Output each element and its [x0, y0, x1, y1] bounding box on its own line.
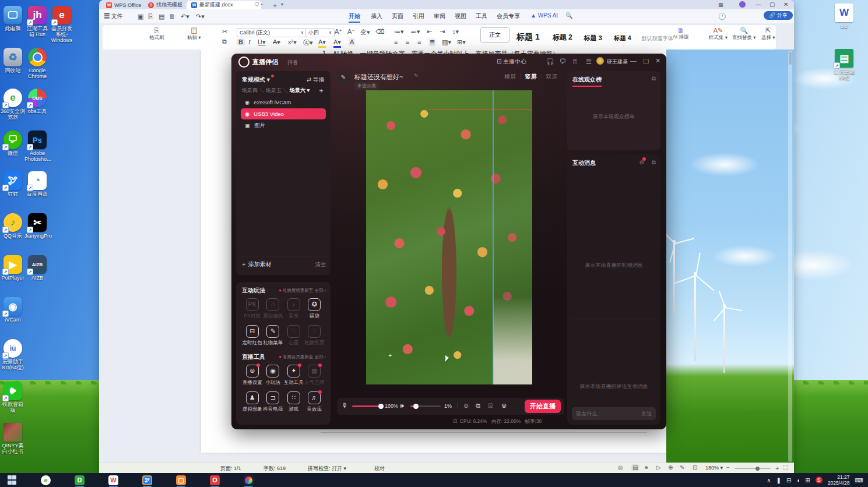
app-close-icon[interactable]: ✕	[655, 57, 660, 65]
highlight-color-button[interactable]: A▾	[318, 38, 326, 48]
number-list-icon[interactable]: ≕▾	[410, 28, 420, 36]
zoom-slider-knob[interactable]	[755, 467, 760, 471]
user-avatar[interactable]	[739, 1, 746, 8]
audience-rank-title[interactable]: 在线观众榜	[572, 76, 602, 87]
style-heading1[interactable]: 标题 1	[509, 32, 547, 43]
lucky-bag-item[interactable]: ✪福袋	[304, 298, 325, 320]
bullet-list-icon[interactable]: ≔▾	[394, 28, 404, 36]
align-left-icon[interactable]: ≡	[394, 38, 398, 45]
edit-title-icon[interactable]: ✎	[337, 71, 350, 84]
strikethrough-button[interactable]: A▾	[273, 38, 280, 46]
outline-view-icon[interactable]: ≡	[645, 464, 648, 471]
style-heading2[interactable]: 标题 2	[547, 33, 578, 43]
share-button[interactable]: 🔗 分享	[764, 11, 793, 20]
change-case-icon[interactable]: 变▾	[360, 28, 370, 37]
spellcheck-status[interactable]: 拼写检查: 打开 ▾	[308, 465, 346, 472]
desktop-icon-qinyy-image[interactable]: QINYY美白小红书	[0, 423, 26, 454]
font-color-button[interactable]: A▾	[333, 38, 341, 48]
paste-button[interactable]: 📋粘贴 ▾	[187, 27, 201, 41]
app-maximize-icon[interactable]: ▢	[643, 57, 649, 65]
tray-expand-icon[interactable]: ∧	[767, 477, 771, 484]
tab-template-doc[interactable]: D找稿壳模板	[143, 1, 187, 9]
game-item[interactable]: ∷游戏	[283, 391, 304, 413]
start-button[interactable]	[7, 475, 17, 485]
wps-close-icon[interactable]: ✕	[783, 1, 788, 8]
cut-icon[interactable]: ✂	[222, 28, 227, 36]
stream-title[interactable]: 标题还没有想好~	[354, 73, 403, 82]
feedback-chat-icon[interactable]: 🗩	[560, 58, 566, 65]
export-pdf-icon[interactable]: ⎘	[148, 13, 153, 20]
mode-selector[interactable]: 常规模式 ▾	[242, 76, 270, 84]
menu-insert[interactable]: 插入	[371, 12, 382, 20]
tab-active-doc[interactable]: W最新搭建.docx	[187, 1, 261, 9]
desktop-icon-this-pc[interactable]: 🖵 此电脑	[0, 6, 26, 31]
tray-volume-icon[interactable]: ◖	[796, 477, 800, 484]
desktop-icon-potplayer[interactable]: ▶ PotPlayer	[0, 255, 26, 281]
undo-icon[interactable]: ↶▾	[181, 13, 189, 20]
douyin-ecommerce-item[interactable]: ⊐抖音电商	[263, 391, 284, 413]
speaker-icon[interactable]: 🕪	[400, 402, 404, 410]
desktop-icon-ivcam[interactable]: ◉ iVCam	[0, 297, 26, 323]
desktop-icon-speaker-app[interactable]: 🕪 收款音箱版	[0, 382, 26, 413]
interactive-tools-item[interactable]: ✦互动工具	[283, 365, 304, 386]
copy-icon[interactable]: ⧉	[222, 38, 227, 45]
format-painter-button[interactable]: ⎘格式刷	[149, 27, 164, 41]
line-spacing-icon[interactable]: ↕▾	[452, 28, 459, 36]
live-settings-item[interactable]: ⊚直播设置	[242, 365, 263, 386]
menu-wps-ai[interactable]: ▲ WPS AI	[530, 12, 558, 19]
view-dual[interactable]: 双屏	[546, 73, 557, 80]
audience-link-item[interactable]: ∩观众连线	[263, 298, 284, 320]
scene-tabs[interactable]: 场景四 ╲ 场景五 ╲ 场景六 ▾	[242, 87, 310, 94]
monitor-icon[interactable]: ⊡	[453, 418, 457, 424]
tool-section-badge[interactable]: ● 专属会员更新至 全部 ›	[279, 354, 326, 360]
fullscreen-icon[interactable]: ⛶	[783, 464, 788, 471]
mic-slider-knob[interactable]	[378, 404, 384, 409]
camera-preview[interactable]: ＋	[366, 90, 532, 384]
comment-icon[interactable]: 🗨 •	[254, 2, 263, 8]
ai-layout-button[interactable]: 🗎AI 排版	[673, 27, 688, 41]
scene-tab-4[interactable]: 场景四	[242, 87, 258, 93]
gift-menu-item[interactable]: ✎礼物菜单	[263, 325, 284, 347]
wps-maximize-icon[interactable]: ▢	[769, 1, 775, 8]
scrollbar-thumb[interactable]	[789, 52, 792, 65]
menu-home[interactable]: 开始	[349, 12, 360, 23]
scene-tab-6-active[interactable]: 场景六 ▾	[290, 87, 310, 93]
speaker-slider-knob[interactable]	[413, 404, 419, 409]
app-title-bar[interactable]: 直播伴侣 抖音 ⊡ 主播中心 🎧 🗩 ⍰ ☰ 研王建圣 — ▢ ✕	[231, 54, 666, 69]
desktop-icon-jianghu-toolbox[interactable]: jh 江湖工具箱 Run	[24, 6, 50, 37]
char-effect-button[interactable]: Ⓐ▾	[303, 38, 313, 47]
app-minimize-icon[interactable]: —	[630, 57, 637, 64]
tab-wps-office[interactable]: WWPS Office	[101, 1, 146, 9]
send-button[interactable]: 发送	[641, 410, 656, 418]
style-default-font[interactable]: 默认段落字体	[637, 35, 678, 43]
style-normal[interactable]: 正文	[480, 27, 509, 43]
desktop-icon-wechat[interactable]: 🗩 微信	[0, 130, 26, 156]
zoom-in-icon[interactable]: ＋	[774, 464, 780, 472]
desktop-icon-dingtalk[interactable]: 🕊 钉钉	[0, 171, 26, 197]
mini-play-item[interactable]: ◉小玩法	[263, 365, 284, 386]
web-view-icon[interactable]: ⊕	[668, 464, 673, 471]
indent-icon[interactable]: ⇥	[440, 28, 445, 36]
popout-panel-icon[interactable]: ⧉	[652, 159, 656, 166]
tray-ime-icon[interactable]: ⌨	[855, 477, 863, 484]
settings-gear-icon[interactable]: ⊚	[501, 402, 507, 410]
style-set-button[interactable]: A✎样式集 ▾	[709, 27, 728, 41]
taskbar-obs-tool[interactable]: O	[210, 475, 220, 485]
headset-icon[interactable]: 🎧	[546, 58, 554, 65]
gift-vote-item[interactable]: ⎍礼物投票	[304, 325, 325, 347]
beauty-filter-icon[interactable]: ☺	[463, 402, 469, 409]
toolbar-search-icon[interactable]: 🔍	[565, 12, 572, 19]
file-menu[interactable]: ☰ 文件	[104, 12, 123, 20]
view-landscape[interactable]: 横屏	[504, 73, 516, 80]
add-material-button[interactable]: ＋ 添加素材	[241, 260, 272, 269]
new-tab-button[interactable]: ＋	[272, 1, 278, 10]
shading-icon[interactable]: ▨▾	[442, 38, 451, 46]
menu-view[interactable]: 视图	[455, 12, 466, 20]
camera-switch-icon[interactable]: ⌻	[489, 402, 493, 410]
align-justify-icon[interactable]: ≣	[429, 38, 435, 46]
outdent-icon[interactable]: ⇤	[427, 28, 432, 36]
desktop-icon-jianying[interactable]: ✂ JianyingPro	[24, 213, 50, 239]
menu-member[interactable]: 会员专享	[497, 12, 520, 20]
desktop-icon-obs-tool[interactable]: OBS obs工具	[24, 89, 50, 114]
desktop-icon-hongjing-helper[interactable]: iu 宏景助手8.0(64位)	[0, 339, 26, 370]
